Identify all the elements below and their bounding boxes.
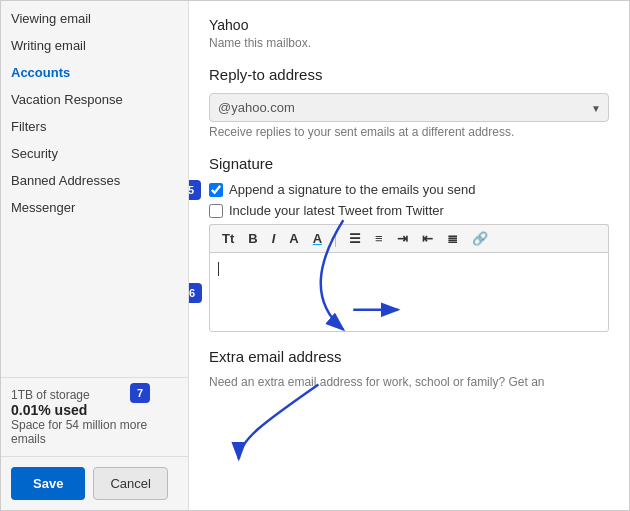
storage-used: 0.01% used xyxy=(11,402,178,418)
reply-to-select[interactable]: @yahoo.com xyxy=(209,93,609,122)
signature-editor[interactable]: 6 xyxy=(209,252,609,332)
annotation-badge-5: 5 xyxy=(189,180,201,200)
annotation-badge-6: 6 xyxy=(189,283,202,303)
toolbar-bold-button[interactable]: B xyxy=(244,229,261,248)
toolbar-number-list-button[interactable]: ≡ xyxy=(371,229,387,248)
sidebar-item-banned-addresses[interactable]: Banned Addresses xyxy=(1,167,188,194)
sidebar-item-vacation-response[interactable]: Vacation Response xyxy=(1,86,188,113)
append-signature-checkbox[interactable] xyxy=(209,183,223,197)
storage-description: Space for 54 million more emails xyxy=(11,418,178,446)
save-button[interactable]: Save xyxy=(11,467,85,500)
include-tweet-checkbox[interactable] xyxy=(209,204,223,218)
toolbar-highlight-button[interactable]: A xyxy=(309,229,326,248)
reply-to-title: Reply-to address xyxy=(209,66,609,83)
signature-checkbox1-row: Append a signature to the emails you sen… xyxy=(209,182,609,197)
extra-email-group: Extra email address Need an extra email … xyxy=(209,348,609,389)
mailbox-name-hint: Name this mailbox. xyxy=(209,36,609,50)
signature-checkbox2-row: Include your latest Tweet from Twitter xyxy=(209,203,609,218)
sidebar-actions: Save Cancel xyxy=(1,456,188,510)
annotation-badge-7: 7 xyxy=(130,383,150,403)
toolbar-tt-button[interactable]: Tt xyxy=(218,229,238,248)
settings-content: Yahoo Name this mailbox. Reply-to addres… xyxy=(189,1,629,510)
signature-title: Signature xyxy=(209,155,609,172)
include-tweet-label: Include your latest Tweet from Twitter xyxy=(229,203,444,218)
sidebar-item-filters[interactable]: Filters xyxy=(1,113,188,140)
reply-to-group: Reply-to address @yahoo.com ▼ Receive re… xyxy=(209,66,609,139)
editor-cursor xyxy=(218,262,219,276)
sidebar-item-accounts[interactable]: Accounts xyxy=(1,59,188,86)
append-signature-label: Append a signature to the emails you sen… xyxy=(229,182,475,197)
toolbar-outdent-button[interactable]: ⇤ xyxy=(418,229,437,248)
reply-to-select-wrapper: @yahoo.com ▼ xyxy=(209,93,609,122)
sidebar: Viewing emailWriting emailAccountsVacati… xyxy=(1,1,189,510)
toolbar-link-button[interactable]: 🔗 xyxy=(468,229,492,248)
sidebar-item-writing-email[interactable]: Writing email xyxy=(1,32,188,59)
sidebar-item-messenger[interactable]: Messenger xyxy=(1,194,188,221)
signature-group: Signature Append a signature to the emai… xyxy=(209,155,609,332)
mailbox-name-group: Yahoo Name this mailbox. xyxy=(209,17,609,50)
sidebar-item-viewing-email[interactable]: Viewing email xyxy=(1,5,188,32)
storage-info: 1TB of storage 0.01% used Space for 54 m… xyxy=(1,377,188,456)
sidebar-item-security[interactable]: Security xyxy=(1,140,188,167)
cancel-button[interactable]: Cancel xyxy=(93,467,167,500)
storage-capacity: 1TB of storage xyxy=(11,388,178,402)
toolbar-italic-button[interactable]: I xyxy=(268,229,280,248)
toolbar-indent-button[interactable]: ⇥ xyxy=(393,229,412,248)
mailbox-name-value: Yahoo xyxy=(209,17,609,33)
signature-toolbar: Tt B I A A ☰ ≡ ⇥ ⇤ ≣ 🔗 xyxy=(209,224,609,252)
main-panel: Yahoo Name this mailbox. Reply-to addres… xyxy=(189,1,629,510)
toolbar-divider1 xyxy=(335,231,336,247)
toolbar-font-color-button[interactable]: A xyxy=(285,229,302,248)
reply-to-hint: Receive replies to your sent emails at a… xyxy=(209,125,609,139)
toolbar-bullet-list-button[interactable]: ☰ xyxy=(345,229,365,248)
toolbar-align-button[interactable]: ≣ xyxy=(443,229,462,248)
extra-email-title: Extra email address xyxy=(209,348,609,365)
extra-email-text: Need an extra email address for work, sc… xyxy=(209,375,609,389)
